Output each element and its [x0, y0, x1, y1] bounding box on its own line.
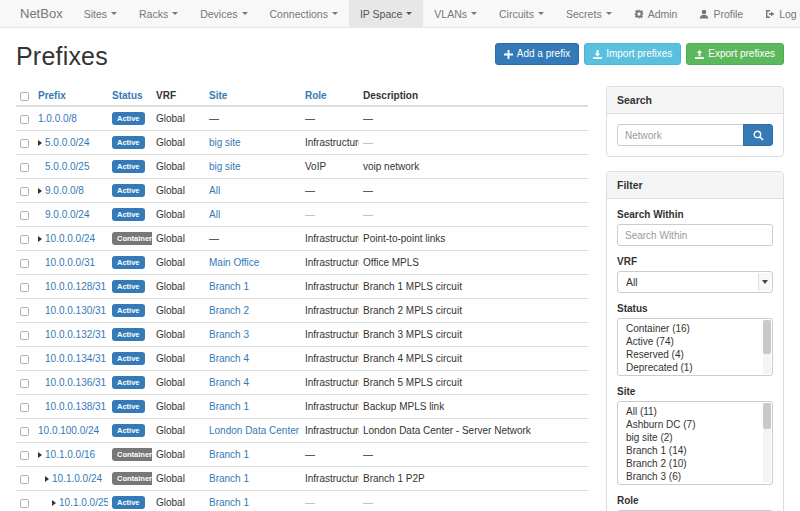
prefix-link[interactable]: 10.1.0.0/25	[59, 497, 108, 508]
column-header-status[interactable]: Status	[112, 90, 143, 101]
prefix-link[interactable]: 10.0.0.130/31	[45, 305, 106, 316]
prefix-link[interactable]: 9.0.0.0/8	[45, 185, 84, 196]
listbox-option[interactable]: Branch 2 (10)	[618, 457, 772, 470]
row-checkbox[interactable]	[20, 427, 29, 436]
site-link[interactable]: All	[209, 209, 220, 220]
expand-caret-icon[interactable]	[38, 140, 42, 146]
nav-item-circuits[interactable]: Circuits	[488, 0, 555, 27]
site-link[interactable]: Branch 2	[209, 305, 249, 316]
nav-item-secrets[interactable]: Secrets	[555, 0, 623, 27]
expand-caret-icon[interactable]	[38, 452, 42, 458]
row-checkbox[interactable]	[20, 307, 29, 316]
nav-item-profile[interactable]: Profile	[688, 0, 754, 27]
nav-item-devices[interactable]: Devices	[189, 0, 258, 27]
select-all-checkbox[interactable]	[20, 92, 29, 101]
prefix-link[interactable]: 9.0.0.0/24	[45, 209, 89, 220]
row-checkbox[interactable]	[20, 475, 29, 484]
site-link[interactable]: Main Office	[209, 257, 259, 268]
prefix-link[interactable]: 10.1.0.0/16	[45, 449, 95, 460]
scrollbar-thumb[interactable]	[763, 403, 771, 429]
search-within-input[interactable]	[617, 224, 773, 246]
row-checkbox[interactable]	[20, 355, 29, 364]
row-checkbox[interactable]	[20, 451, 29, 460]
site-link[interactable]: Branch 1	[209, 497, 249, 508]
add-prefix-button[interactable]: Add a prefix	[495, 43, 579, 65]
listbox-option[interactable]: Active (74)	[618, 335, 772, 348]
listbox-option[interactable]: Reserved (4)	[618, 348, 772, 361]
prefix-link[interactable]: 10.0.0.134/31	[45, 353, 106, 364]
row-checkbox[interactable]	[20, 331, 29, 340]
expand-caret-icon[interactable]	[45, 476, 49, 482]
scrollbar[interactable]	[763, 320, 771, 374]
nav-item-ip-space[interactable]: IP Space	[349, 0, 423, 27]
nav-item-admin[interactable]: Admin	[623, 0, 689, 27]
prefix-link[interactable]: 1.0.0.0/8	[38, 113, 77, 124]
site-link[interactable]: Branch 4	[209, 377, 249, 388]
site-link[interactable]: big site	[209, 161, 241, 172]
site-link[interactable]: Branch 1	[209, 281, 249, 292]
row-checkbox[interactable]	[20, 499, 29, 508]
prefix-link[interactable]: 10.0.0.0/24	[45, 233, 95, 244]
row-checkbox[interactable]	[20, 379, 29, 388]
expand-caret-icon[interactable]	[52, 500, 56, 506]
nav-item-vlans[interactable]: VLANs	[423, 0, 488, 27]
table-row: 10.0.0.128/31ActiveGlobalBranch 1Infrast…	[16, 275, 588, 299]
status-listbox[interactable]: Container (16)Active (74)Reserved (4)Dep…	[617, 318, 773, 376]
site-link[interactable]: Branch 1	[209, 401, 249, 412]
listbox-option[interactable]: Deprecated (1)	[618, 361, 772, 374]
row-checkbox[interactable]	[20, 115, 29, 124]
row-checkbox[interactable]	[20, 259, 29, 268]
checkbox-cell	[16, 467, 34, 491]
column-header-role[interactable]: Role	[305, 90, 327, 101]
row-checkbox[interactable]	[20, 139, 29, 148]
nav-item-log-out[interactable]: Log out	[754, 0, 800, 27]
row-checkbox[interactable]	[20, 235, 29, 244]
prefix-link[interactable]: 10.0.0.128/31	[45, 281, 106, 292]
site-link[interactable]: Branch 1	[209, 449, 249, 460]
site-link[interactable]: big site	[209, 137, 241, 148]
expand-caret-icon[interactable]	[38, 188, 42, 194]
nav-item-connections[interactable]: Connections	[259, 0, 349, 27]
column-header-site[interactable]: Site	[209, 90, 227, 101]
nav-item-sites[interactable]: Sites	[73, 0, 128, 27]
listbox-option[interactable]: Branch 1 (14)	[618, 444, 772, 457]
listbox-option[interactable]: Container (16)	[618, 322, 772, 335]
listbox-option[interactable]: Ashburn DC (7)	[618, 418, 772, 431]
column-header-prefix[interactable]: Prefix	[38, 90, 66, 101]
prefix-link[interactable]: 5.0.0.0/24	[45, 137, 89, 148]
site-link[interactable]: Branch 4	[209, 353, 249, 364]
description-value: London Data Center - Server Network	[363, 425, 531, 436]
listbox-option[interactable]: All (11)	[618, 405, 772, 418]
row-checkbox[interactable]	[20, 163, 29, 172]
site-link[interactable]: London Data Center	[209, 425, 299, 436]
row-checkbox[interactable]	[20, 403, 29, 412]
prefix-link[interactable]: 10.0.0.0/31	[45, 257, 95, 268]
site-link[interactable]: Branch 1	[209, 473, 249, 484]
nav-item-racks[interactable]: Racks	[128, 0, 189, 27]
prefix-link[interactable]: 10.0.100.0/24	[38, 425, 99, 436]
site-listbox[interactable]: All (11)Ashburn DC (7)big site (2)Branch…	[617, 401, 773, 485]
prefix-link[interactable]: 10.0.0.132/31	[45, 329, 106, 340]
row-checkbox[interactable]	[20, 283, 29, 292]
listbox-option[interactable]: big site (2)	[618, 431, 772, 444]
scrollbar-thumb[interactable]	[763, 320, 771, 354]
search-button[interactable]	[743, 124, 773, 146]
listbox-option[interactable]: Branch 3 (6)	[618, 470, 772, 483]
nav-item-label: Secrets	[566, 8, 602, 20]
row-checkbox[interactable]	[20, 211, 29, 220]
prefix-link[interactable]: 5.0.0.0/25	[45, 161, 89, 172]
prefix-link[interactable]: 10.1.0.0/24	[52, 473, 102, 484]
row-checkbox[interactable]	[20, 187, 29, 196]
vrf-select[interactable]: All	[617, 271, 773, 293]
expand-caret-icon[interactable]	[38, 236, 42, 242]
site-link[interactable]: Branch 3	[209, 329, 249, 340]
brand[interactable]: NetBox	[10, 0, 73, 27]
prefix-link[interactable]: 10.0.0.136/31	[45, 377, 106, 388]
listbox-option[interactable]: Branch 4 (12)	[618, 483, 772, 485]
scrollbar[interactable]	[763, 403, 771, 483]
prefix-link[interactable]: 10.0.0.138/31	[45, 401, 106, 412]
site-link[interactable]: All	[209, 185, 220, 196]
export-prefixes-button[interactable]: Export prefixes	[686, 43, 784, 65]
import-prefixes-button[interactable]: Import prefixes	[584, 43, 681, 65]
search-input[interactable]	[617, 124, 744, 146]
